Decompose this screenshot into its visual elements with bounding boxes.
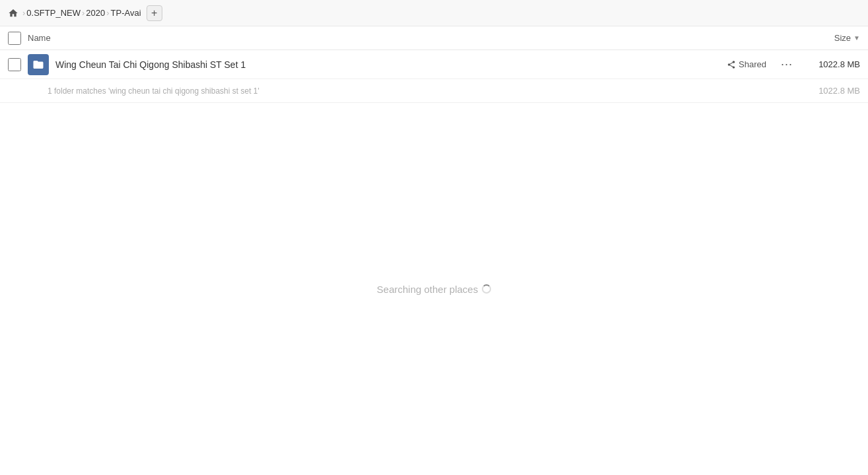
folder-icon (28, 54, 49, 75)
breadcrumb-bar: › 0.SFTP_NEW › 2020 › TP-Avai + (0, 0, 868, 26)
breadcrumb-item-sftp[interactable]: 0.SFTP_NEW (26, 8, 81, 18)
select-all-checkbox[interactable] (8, 32, 21, 45)
size-column-header[interactable]: Size ▼ (834, 33, 860, 43)
more-options-button[interactable]: ··· (777, 56, 797, 73)
loading-spinner (482, 284, 491, 294)
breadcrumb-separator-2: › (82, 8, 84, 18)
file-name: Wing Cheun Tai Chi Qigong Shibashi ST Se… (55, 59, 727, 70)
match-size: 1022.8 MB (818, 86, 860, 96)
home-icon[interactable] (8, 8, 18, 18)
table-header: Name Size ▼ (0, 26, 868, 50)
breadcrumb-separator-3: › (106, 8, 109, 18)
breadcrumb-item-2020[interactable]: 2020 (86, 8, 105, 18)
searching-area: Searching other places (0, 103, 868, 475)
add-tab-button[interactable]: + (147, 5, 162, 21)
match-info-row: 1 folder matches 'wing cheun tai chi qig… (0, 79, 868, 103)
breadcrumb-item-tp[interactable]: TP-Avai (111, 8, 141, 18)
breadcrumb-separator-1: › (22, 8, 25, 18)
table-row[interactable]: Wing Cheun Tai Chi Qigong Shibashi ST Se… (0, 50, 868, 79)
row-checkbox[interactable] (8, 58, 21, 71)
file-size: 1022.8 MB (807, 59, 860, 69)
name-column-header: Name (28, 33, 834, 43)
searching-status: Searching other places (377, 284, 491, 295)
match-text: 1 folder matches 'wing cheun tai chi qig… (48, 86, 818, 96)
sort-icon: ▼ (853, 34, 860, 42)
shared-badge: Shared (727, 59, 766, 69)
